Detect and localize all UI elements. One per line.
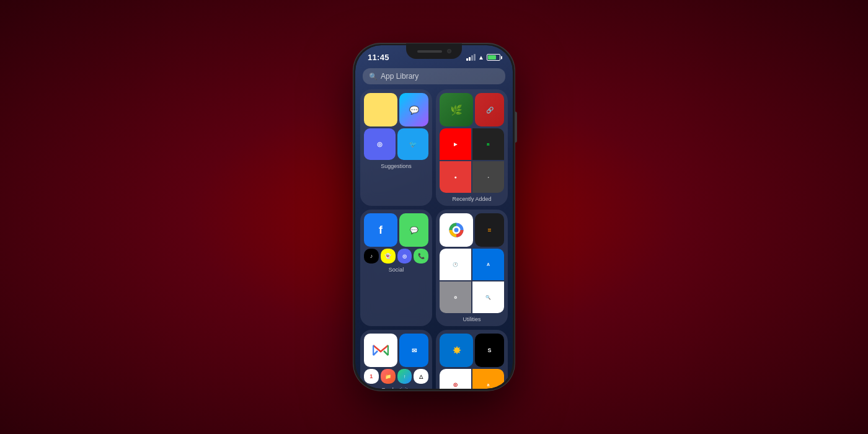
battery-level: [488, 55, 496, 60]
app-messenger[interactable]: 💬: [399, 93, 428, 126]
mini-clock: 🕐: [440, 249, 471, 280]
mini-grid-shopping: ◎ a e ib: [440, 369, 504, 389]
search-bar[interactable]: 🔍 App Library: [363, 68, 505, 84]
app-library-grid: 💬 ◎ 🐦 Suggestions: [355, 89, 513, 389]
facebook-icon: f: [379, 224, 383, 237]
discord-icon: ◎: [377, 141, 383, 148]
app-notes[interactable]: [364, 93, 397, 126]
folder-productivity[interactable]: ✉ 1 📁 ↑: [360, 330, 432, 389]
speaker-grille: [417, 50, 442, 53]
app-calendar[interactable]: 1: [364, 369, 379, 384]
tree-icon: 🌿: [450, 104, 463, 116]
files-icon: 📁: [385, 374, 391, 379]
app-twitter[interactable]: 🐦: [397, 128, 429, 160]
app-drive[interactable]: △: [414, 369, 428, 384]
search-icon: 🔍: [369, 73, 378, 81]
snapchat-icon: 👻: [384, 253, 391, 259]
mini-red1: ●: [440, 161, 471, 193]
front-camera: [447, 49, 451, 53]
mini-r: R: [472, 128, 504, 160]
mail-icon: ✉: [412, 347, 417, 354]
app-row-2: f 💬 ♪ 👻: [360, 210, 508, 326]
folder-shopping[interactable]: ✸ S ◎: [436, 330, 508, 389]
mini-amazon: a: [472, 369, 504, 389]
status-icons: ▲: [466, 54, 500, 61]
app-utils-mini[interactable]: 🕐 A ⚙ 🔍: [440, 249, 504, 313]
folder-bottom-mini: ▶ R ● ▪: [440, 128, 504, 193]
signal-icon: [466, 54, 476, 61]
app-messages[interactable]: 💬: [399, 213, 428, 247]
folder-bottom-row: 1 📁 ↑ △: [364, 369, 428, 384]
folder-bottom-mini: 🕐 A ⚙ 🔍: [440, 249, 504, 313]
app-facebook[interactable]: f: [364, 213, 397, 247]
messenger-icon: 💬: [409, 105, 419, 115]
folder-recently-added[interactable]: 🌿 🔗 ▶: [436, 89, 508, 206]
phone-shell: 11:45 ▲ 🔍 App Library: [353, 43, 515, 391]
mini-youtube: ▶: [440, 128, 471, 160]
mini-dark: ▪: [472, 161, 504, 193]
folder-utilities[interactable]: = 🕐 A: [436, 210, 508, 326]
app-chrome[interactable]: [440, 213, 473, 247]
search-placeholder: App Library: [381, 72, 418, 81]
chrome-icon: [448, 222, 464, 238]
wifi-icon: ▲: [478, 54, 484, 61]
folder-top-row: f 💬: [364, 213, 428, 247]
app-files[interactable]: 📁: [381, 369, 396, 384]
up-icon: ↑: [403, 374, 405, 379]
app-discord-2[interactable]: ◎: [397, 249, 412, 264]
tiktok-icon: ♪: [370, 253, 373, 259]
app-phone[interactable]: 📞: [414, 249, 428, 264]
folder-top-row: =: [440, 213, 504, 247]
app-row-1: 💬 ◎ 🐦 Suggestions: [360, 89, 508, 206]
folder-bottom-row: ♪ 👻 ◎ 📞: [364, 249, 428, 264]
app-tiktok[interactable]: ♪: [364, 249, 379, 264]
app-tree[interactable]: 🌿: [440, 93, 473, 126]
app-recent-mini[interactable]: ▶ R ● ▪: [440, 128, 504, 193]
app-snapchat[interactable]: 👻: [381, 249, 396, 264]
app-gmail[interactable]: [364, 334, 397, 367]
status-time: 11:45: [368, 53, 389, 62]
app-up[interactable]: ↑: [397, 369, 412, 384]
folder-suggestions[interactable]: 💬 ◎ 🐦 Suggestions: [360, 89, 432, 206]
mini-appstore: A: [472, 249, 504, 280]
twitter-icon: 🐦: [409, 141, 417, 148]
folder-top-row: 🌿 🔗: [440, 93, 504, 126]
shein-icon: S: [488, 347, 492, 353]
app-shop-mini[interactable]: ◎ a e ib: [440, 369, 504, 389]
folder-top-row: ✉: [364, 334, 428, 367]
app-mail[interactable]: ✉: [399, 334, 428, 367]
app-calculator[interactable]: =: [475, 213, 504, 247]
calendar-icon: 1: [370, 373, 373, 379]
phone-inner: 11:45 ▲ 🔍 App Library: [355, 45, 513, 389]
messages-icon: 💬: [410, 226, 418, 234]
notes-icon: [378, 104, 383, 117]
phone-icon: 📞: [418, 253, 425, 259]
screen: 11:45 ▲ 🔍 App Library: [355, 45, 513, 389]
mini-grid-recently-added: ▶ R ● ▪: [440, 128, 504, 193]
folder-social[interactable]: f 💬 ♪ 👻: [360, 210, 432, 326]
walmart-icon: ✸: [453, 345, 461, 356]
app-row-3: ✉ 1 📁 ↑: [360, 330, 508, 389]
battery-icon: [487, 54, 500, 61]
folder-top-row: ✸ S: [440, 334, 504, 367]
app-link[interactable]: 🔗: [475, 93, 504, 126]
app-walmart[interactable]: ✸: [440, 334, 473, 367]
calc-icon: =: [488, 227, 492, 234]
notch: [406, 43, 462, 59]
folder-label-utilities: Utilities: [440, 316, 504, 322]
folder-top-row: 💬: [364, 93, 428, 126]
folder-label-social: Social: [364, 267, 428, 273]
folder-label-suggestions: Suggestions: [364, 163, 428, 169]
app-shein[interactable]: S: [475, 334, 504, 367]
folder-label-recently-added: Recently Added: [440, 196, 504, 202]
discord2-icon: ◎: [402, 254, 407, 259]
folder-bottom-mini: ◎ a e ib: [440, 369, 504, 389]
mini-grid-utilities: 🕐 A ⚙ 🔍: [440, 249, 504, 313]
gmail-icon: [373, 344, 389, 356]
app-discord[interactable]: ◎: [364, 128, 396, 160]
folder-label-productivity: Productivity: [364, 387, 428, 389]
search-bar-container[interactable]: 🔍 App Library: [355, 64, 513, 89]
folder-bottom-row: ◎ 🐦: [364, 128, 428, 160]
svg-point-6: [454, 228, 459, 232]
mini-magnify: 🔍: [472, 281, 504, 313]
